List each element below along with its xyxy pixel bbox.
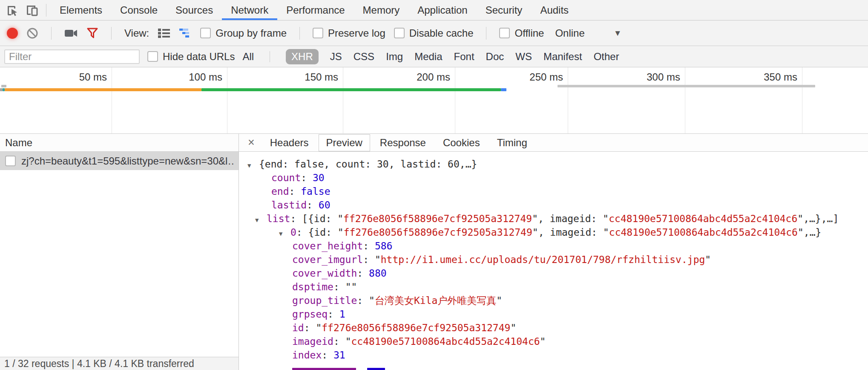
divider	[51, 27, 52, 40]
disable-cache-checkbox[interactable]	[394, 28, 405, 38]
json-plain: , imageid:	[538, 213, 603, 224]
hide-data-urls-checkbox[interactable]	[147, 51, 158, 62]
json-plain: :	[333, 281, 345, 292]
waterfall-view-icon[interactable]	[179, 27, 192, 39]
filter-type-xhr[interactable]: XHR	[286, 49, 319, 64]
expand-arrow-icon[interactable]: ▼	[279, 227, 290, 240]
filter-type-manifest[interactable]: Manifest	[543, 51, 582, 63]
grid-line	[343, 67, 343, 133]
timeline-overview[interactable]: 50 ms100 ms150 ms200 ms250 ms300 ms350 m…	[0, 67, 868, 134]
expand-arrow-icon[interactable]: ▼	[255, 213, 267, 227]
json-plain: :	[357, 268, 369, 279]
tab-audits[interactable]: Audits	[531, 0, 578, 20]
detail-tab-timing[interactable]: Timing	[490, 135, 535, 151]
time-tick-label: 100 ms	[189, 71, 227, 83]
json-row: dsptime: ""	[243, 280, 868, 294]
detail-tab-preview[interactable]: Preview	[319, 134, 370, 151]
json-row: end: false	[243, 185, 868, 198]
filter-type-other[interactable]: Other	[594, 51, 619, 63]
filter-type-ws[interactable]: WS	[515, 51, 532, 63]
group-by-frame-option: Group by frame	[200, 27, 287, 39]
tab-network[interactable]: Network	[222, 0, 277, 20]
filter-input[interactable]	[4, 49, 140, 64]
json-quote: "	[540, 336, 546, 347]
filter-type-all[interactable]: All	[242, 51, 254, 63]
json-str: cc48190e57100864abc4d55a2c4104c6	[351, 336, 540, 347]
json-num: 880	[369, 268, 387, 279]
filter-bar: Hide data URLs AllXHRJSCSSImgMediaFontDo…	[0, 46, 868, 67]
list-view-icon[interactable]	[158, 27, 170, 39]
group-by-frame-checkbox[interactable]	[200, 28, 211, 38]
json-str: 台湾美女Kila户外唯美写真	[375, 295, 496, 306]
request-row-checkbox[interactable]	[5, 156, 16, 166]
throttling-select[interactable]: Online	[555, 27, 584, 39]
requests-summary-bar: 1 / 32 requests | 4.1 KB / 4.1 KB transf…	[0, 357, 239, 370]
expand-arrow-icon[interactable]: ▼	[247, 159, 259, 172]
offline-checkbox[interactable]	[499, 28, 510, 38]
json-str: cc48190e57100864abc4d55a2c4104c6	[609, 213, 797, 224]
json-preview-tree: ▼{end: false, count: 30, lastid: 60,…}co…	[239, 152, 868, 370]
disable-cache-label[interactable]: Disable cache	[409, 27, 474, 39]
json-quote: "	[345, 336, 351, 347]
filter-type-media[interactable]: Media	[414, 51, 442, 63]
grid-line	[112, 67, 112, 133]
time-tick-label: 200 ms	[417, 71, 455, 83]
json-row: count: 30	[243, 171, 868, 185]
tab-memory[interactable]: Memory	[354, 0, 409, 20]
json-plain: :	[289, 186, 301, 197]
group-by-frame-label[interactable]: Group by frame	[216, 27, 287, 39]
waterfall-bar	[1, 85, 6, 87]
filter-type-font[interactable]: Font	[454, 51, 474, 63]
tab-application[interactable]: Application	[408, 0, 476, 20]
device-toolbar-icon[interactable]	[22, 1, 42, 19]
detail-tab-cookies[interactable]: Cookies	[436, 135, 487, 151]
requests-split-view: Name zj?ch=beauty&t1=595&listtype=new&sn…	[0, 134, 868, 370]
json-key: cover_height	[292, 240, 363, 251]
request-row[interactable]: zj?ch=beauty&t1=595&listtype=new&sn=30&l…	[0, 152, 239, 170]
json-row: ▼{end: false, count: 30, lastid: 60,…}	[243, 157, 868, 171]
tab-sources[interactable]: Sources	[167, 0, 222, 20]
grid-line	[685, 67, 685, 133]
json-plain: :	[363, 254, 375, 265]
chevron-down-icon[interactable]: ▼	[614, 29, 622, 38]
json-str: ff276e8056f58896e7cf92505a312749	[344, 227, 532, 238]
tab-elements[interactable]: Elements	[51, 0, 111, 20]
clipped-text-fragment	[292, 368, 356, 370]
requests-table: Name zj?ch=beauty&t1=595&listtype=new&sn…	[0, 134, 239, 370]
divider	[46, 4, 46, 17]
close-icon[interactable]: ×	[242, 137, 260, 148]
inspect-icon[interactable]	[3, 1, 22, 19]
offline-label[interactable]: Offline	[514, 27, 544, 39]
filter-type-img[interactable]: Img	[386, 51, 403, 63]
filter-funnel-icon[interactable]	[86, 27, 98, 39]
json-quote: ""	[345, 281, 357, 292]
detail-tab-headers[interactable]: Headers	[263, 135, 316, 151]
tab-console[interactable]: Console	[111, 0, 167, 20]
json-quote: "	[532, 213, 538, 224]
json-str: ff276e8056f58896e7cf92505a312749	[343, 213, 532, 224]
hide-data-urls-label[interactable]: Hide data URLs	[163, 51, 235, 63]
json-num: false	[301, 186, 330, 197]
preserve-log-checkbox[interactable]	[313, 28, 323, 38]
detail-tab-response[interactable]: Response	[373, 135, 433, 151]
clear-icon[interactable]	[26, 27, 38, 39]
filter-type-css[interactable]: CSS	[354, 51, 374, 63]
hide-data-urls-option: Hide data URLs	[147, 51, 235, 63]
waterfall-bar-segment	[501, 88, 506, 91]
json-plain: :	[307, 199, 319, 211]
request-details-panel: × HeadersPreviewResponseCookiesTiming ▼{…	[239, 134, 868, 370]
name-column-header[interactable]: Name	[0, 134, 239, 152]
time-tick-label: 250 ms	[529, 71, 568, 83]
json-key: end	[271, 186, 289, 197]
preserve-log-label[interactable]: Preserve log	[328, 27, 385, 39]
record-icon[interactable]	[7, 28, 18, 39]
filter-type-doc[interactable]: Doc	[486, 51, 504, 63]
tab-security[interactable]: Security	[477, 0, 532, 20]
filter-type-js[interactable]: JS	[330, 51, 342, 63]
json-plain: : {id:	[296, 227, 338, 238]
tab-performance[interactable]: Performance	[277, 0, 354, 20]
json-quote: "	[510, 322, 516, 333]
screenshot-camera-icon[interactable]	[64, 28, 78, 39]
json-row: ▼list: [{id: "ff276e8056f58896e7cf92505a…	[243, 212, 868, 225]
grid-line	[568, 67, 568, 133]
